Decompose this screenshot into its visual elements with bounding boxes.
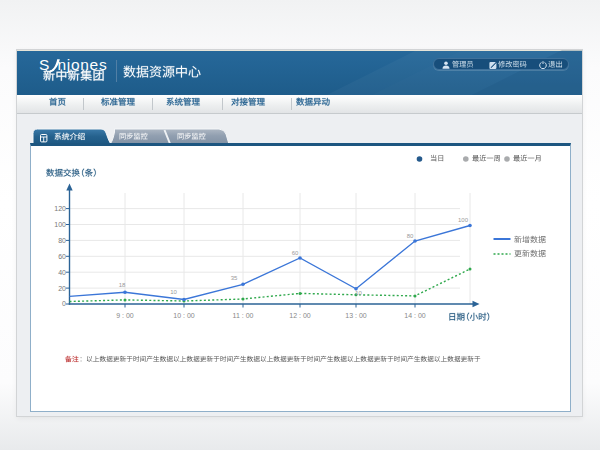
svg-text:20: 20 [58,285,66,292]
svg-text:9 : 00: 9 : 00 [116,312,134,319]
svg-text:12 : 00: 12 : 00 [289,312,311,319]
svg-text:80: 80 [407,233,414,239]
svg-text:0: 0 [62,300,66,307]
svg-text:40: 40 [58,269,66,276]
svg-text:60: 60 [292,250,299,256]
svg-text:100: 100 [458,217,469,223]
svg-text:14 : 00: 14 : 00 [404,312,426,319]
svg-text:18: 18 [119,282,126,288]
svg-text:120: 120 [54,205,66,212]
svg-text:80: 80 [58,237,66,244]
svg-text:60: 60 [58,253,66,260]
svg-text:10: 10 [170,289,177,295]
svg-text:13 : 00: 13 : 00 [345,312,367,319]
svg-text:10: 10 [355,290,362,296]
svg-text:11 : 00: 11 : 00 [233,312,254,319]
svg-text:100: 100 [54,221,66,228]
svg-text:35: 35 [231,275,238,281]
svg-text:10 : 00: 10 : 00 [173,312,195,319]
